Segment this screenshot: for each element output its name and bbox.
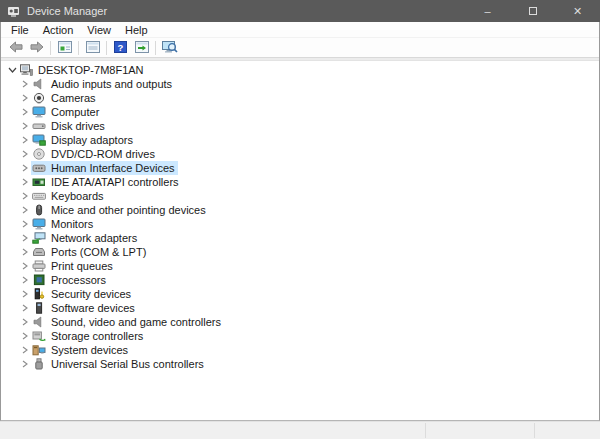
- expand-chevron-icon[interactable]: [19, 206, 31, 214]
- tree-item-desktop-7m8f1an[interactable]: DESKTOP-7M8F1AN: [1, 63, 599, 77]
- tree-item-content[interactable]: IDE ATA/ATAPI controllers: [31, 175, 182, 189]
- minimize-button[interactable]: –: [465, 0, 510, 22]
- expand-chevron-icon[interactable]: [19, 248, 31, 256]
- maximize-button[interactable]: [510, 0, 555, 22]
- tree-item-human-interface-devices[interactable]: Human Interface Devices: [1, 161, 599, 175]
- expand-chevron-icon[interactable]: [19, 80, 31, 88]
- tree-item-content[interactable]: Computer: [31, 105, 102, 119]
- tree-item-dvd-cd-rom-drives[interactable]: DVD/CD-ROM drives: [1, 147, 599, 161]
- titlebar[interactable]: Device Manager – ✕: [0, 0, 600, 22]
- tree-item-label: Software devices: [51, 302, 135, 314]
- expand-chevron-icon[interactable]: [19, 346, 31, 354]
- expand-chevron-icon[interactable]: [19, 164, 31, 172]
- back-button[interactable]: [5, 39, 26, 57]
- tree-item-network-adapters[interactable]: Network adapters: [1, 231, 599, 245]
- search-computer-button[interactable]: [159, 39, 180, 57]
- tree-item-content[interactable]: Print queues: [31, 259, 116, 273]
- menu-item-action[interactable]: Action: [36, 24, 81, 36]
- tree-item-label: Mice and other pointing devices: [51, 204, 206, 216]
- forward-button[interactable]: [26, 39, 47, 57]
- show-hide-console-tree-button[interactable]: [54, 39, 75, 57]
- expand-chevron-icon[interactable]: [19, 178, 31, 186]
- maximize-icon: [529, 7, 537, 15]
- expand-chevron-icon[interactable]: [19, 276, 31, 284]
- expand-chevron-icon[interactable]: [19, 220, 31, 228]
- tree-item-content[interactable]: Display adaptors: [31, 133, 136, 147]
- tree-item-print-queues[interactable]: Print queues: [1, 259, 599, 273]
- tree-item-ide-ata-atapi-controllers[interactable]: IDE ATA/ATAPI controllers: [1, 175, 599, 189]
- expand-chevron-icon[interactable]: [19, 262, 31, 270]
- expand-chevron-icon[interactable]: [19, 332, 31, 340]
- toolbar-separator: [155, 41, 156, 55]
- speaker-icon: [32, 78, 47, 90]
- expand-chevron-icon[interactable]: [19, 136, 31, 144]
- tree-item-keyboards[interactable]: Keyboards: [1, 189, 599, 203]
- tree-item-software-devices[interactable]: Software devices: [1, 301, 599, 315]
- expand-chevron-icon[interactable]: [19, 318, 31, 326]
- search-computer-icon: [162, 41, 178, 55]
- tree-item-content[interactable]: Mice and other pointing devices: [31, 203, 209, 217]
- show-hide-console-tree-icon: [58, 41, 72, 55]
- tree-item-content[interactable]: System devices: [31, 343, 131, 357]
- tree-item-content[interactable]: Audio inputs and outputs: [31, 77, 175, 91]
- tree-item-content[interactable]: Human Interface Devices: [31, 161, 178, 175]
- tree-item-sound-video-and-game-controllers[interactable]: Sound, video and game controllers: [1, 315, 599, 329]
- tree-item-monitors[interactable]: Monitors: [1, 217, 599, 231]
- tree-item-system-devices[interactable]: System devices: [1, 343, 599, 357]
- tree-item-content[interactable]: Cameras: [31, 91, 99, 105]
- tree-item-content[interactable]: DESKTOP-7M8F1AN: [18, 63, 147, 77]
- mouse-icon: [32, 204, 47, 216]
- scan-hardware-changes-icon: [135, 41, 149, 55]
- tree-item-display-adaptors[interactable]: Display adaptors: [1, 133, 599, 147]
- tree-item-computer[interactable]: Computer: [1, 105, 599, 119]
- close-button[interactable]: ✕: [555, 0, 600, 22]
- tree-item-content[interactable]: Processors: [31, 273, 109, 287]
- expand-chevron-icon[interactable]: [19, 122, 31, 130]
- expand-chevron-icon[interactable]: [19, 192, 31, 200]
- tree-item-content[interactable]: Universal Serial Bus controllers: [31, 357, 207, 371]
- expand-chevron-icon[interactable]: [19, 304, 31, 312]
- tree-item-storage-controllers[interactable]: Storage controllers: [1, 329, 599, 343]
- tree-item-content[interactable]: Software devices: [31, 301, 138, 315]
- network-icon: [32, 232, 47, 244]
- properties-button[interactable]: [82, 39, 103, 57]
- help-button[interactable]: ?: [110, 39, 131, 57]
- printer-icon: [32, 260, 47, 272]
- tree-item-processors[interactable]: Processors: [1, 273, 599, 287]
- expand-chevron-icon[interactable]: [19, 94, 31, 102]
- tree-item-content[interactable]: Network adapters: [31, 231, 140, 245]
- tree-item-mice-and-other-pointing-devices[interactable]: Mice and other pointing devices: [1, 203, 599, 217]
- collapse-chevron-icon[interactable]: [6, 66, 18, 74]
- expand-chevron-icon[interactable]: [19, 234, 31, 242]
- back-icon: [9, 41, 23, 55]
- tree-item-content[interactable]: Security devices: [31, 287, 134, 301]
- tree-item-content[interactable]: Ports (COM & LPT): [31, 245, 149, 259]
- tree-item-disk-drives[interactable]: Disk drives: [1, 119, 599, 133]
- tree-item-cameras[interactable]: Cameras: [1, 91, 599, 105]
- expand-chevron-icon[interactable]: [19, 150, 31, 158]
- expand-chevron-icon[interactable]: [19, 360, 31, 368]
- tree-item-content[interactable]: Sound, video and game controllers: [31, 315, 224, 329]
- tree-item-audio-inputs-and-outputs[interactable]: Audio inputs and outputs: [1, 77, 599, 91]
- tree-item-label: DESKTOP-7M8F1AN: [38, 64, 144, 76]
- expand-chevron-icon[interactable]: [19, 290, 31, 298]
- tree-item-content[interactable]: DVD/CD-ROM drives: [31, 147, 158, 161]
- menu-item-file[interactable]: File: [4, 24, 36, 36]
- camera-icon: [32, 92, 47, 104]
- tree-item-content[interactable]: Storage controllers: [31, 329, 146, 343]
- tree-item-security-devices[interactable]: Security devices: [1, 287, 599, 301]
- security-icon: [32, 288, 47, 300]
- tree-item-content[interactable]: Keyboards: [31, 189, 107, 203]
- menu-item-help[interactable]: Help: [118, 24, 155, 36]
- tree-item-content[interactable]: Monitors: [31, 217, 96, 231]
- tree-item-content[interactable]: Disk drives: [31, 119, 108, 133]
- expand-chevron-icon[interactable]: [19, 108, 31, 116]
- device-tree: DESKTOP-7M8F1ANAudio inputs and outputsC…: [1, 61, 599, 418]
- tree-item-universal-serial-bus-controllers[interactable]: Universal Serial Bus controllers: [1, 357, 599, 371]
- help-icon: ?: [114, 41, 127, 55]
- tree-item-ports-com-lpt[interactable]: Ports (COM & LPT): [1, 245, 599, 259]
- menu-item-view[interactable]: View: [80, 24, 118, 36]
- hid-icon: [32, 162, 47, 174]
- scan-hardware-changes-button[interactable]: [131, 39, 152, 57]
- software-icon: [32, 302, 47, 314]
